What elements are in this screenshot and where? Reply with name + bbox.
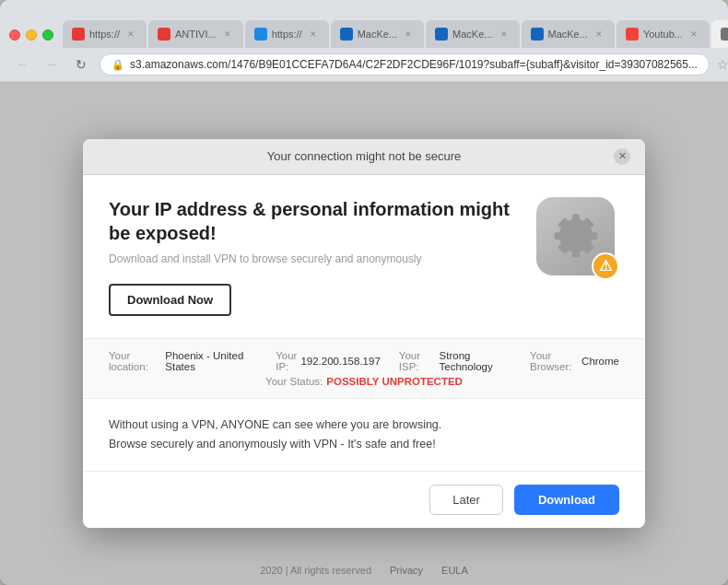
tab-close-button[interactable]: ✕ bbox=[402, 28, 415, 41]
close-window-button[interactable] bbox=[9, 29, 20, 41]
modal-close-button[interactable]: ✕ bbox=[614, 148, 630, 165]
back-button[interactable]: ← bbox=[11, 53, 33, 76]
browser-label: Your Browser: bbox=[530, 350, 578, 372]
description-line-1: Without using a VPN, ANYONE can see wher… bbox=[109, 415, 619, 435]
tab-label: MacKe... bbox=[358, 29, 397, 40]
tab-favicon bbox=[626, 28, 639, 41]
tab-label: Youtub... bbox=[643, 29, 683, 40]
isp-label: Your ISP: bbox=[399, 350, 436, 372]
tab-label: MacKe... bbox=[548, 29, 588, 40]
tab-favicon bbox=[721, 28, 728, 41]
tab-favicon bbox=[254, 28, 267, 41]
tab-5[interactable]: MacKe... ✕ bbox=[426, 20, 519, 48]
warning-badge-icon: ⚠ bbox=[592, 252, 619, 280]
ip-info: Your IP: 192.200.158.197 bbox=[276, 350, 381, 372]
isp-value: Strong Technology bbox=[440, 350, 512, 372]
page-footer: 2020 | All rights reserved Privacy EULA bbox=[0, 565, 728, 576]
tab-6[interactable]: MacKe... ✕ bbox=[522, 20, 615, 48]
tab-label: MacKe... bbox=[452, 29, 492, 40]
tab-close-button[interactable]: ✕ bbox=[687, 28, 700, 41]
eula-link[interactable]: EULA bbox=[441, 565, 468, 576]
maximize-window-button[interactable] bbox=[42, 29, 53, 41]
description-line-2: Browse securely and anonymously with VPN… bbox=[109, 435, 619, 454]
modal-icon-section: ⚠ bbox=[536, 197, 619, 280]
info-strip: Your location: Phoenix - United States Y… bbox=[83, 338, 645, 398]
copyright-text: 2020 | All rights reserved bbox=[260, 565, 371, 576]
browser-info: Your Browser: Chrome bbox=[530, 350, 619, 372]
tab-close-button[interactable]: ✕ bbox=[124, 28, 137, 41]
tab-close-button[interactable]: ✕ bbox=[593, 28, 605, 41]
ip-value: 192.200.158.197 bbox=[300, 356, 380, 367]
gear-icon-container: ⚠ bbox=[536, 197, 619, 280]
status-info: Your Status: POSSIBLY UNPROTECTED bbox=[265, 376, 463, 387]
tab-2[interactable]: ANTIVI... ✕ bbox=[148, 20, 243, 48]
tab-close-button[interactable]: ✕ bbox=[221, 28, 234, 41]
location-value: Phoenix - United States bbox=[165, 350, 257, 372]
tab-1[interactable]: https:// ✕ bbox=[63, 20, 147, 48]
url-bar[interactable]: 🔒 s3.amazonaws.com/1476/B9E01CCEFA7D6A4/… bbox=[100, 53, 710, 76]
later-button[interactable]: Later bbox=[429, 485, 503, 515]
info-row-2: Your Status: POSSIBLY UNPROTECTED bbox=[265, 376, 463, 387]
tab-8-active[interactable]: Softwa... ✕ bbox=[711, 20, 728, 48]
status-value: POSSIBLY UNPROTECTED bbox=[326, 376, 463, 387]
status-label: Your Status: bbox=[265, 376, 323, 387]
main-heading: Your IP address & personal information m… bbox=[109, 197, 518, 245]
address-bar: ← → ↻ 🔒 s3.amazonaws.com/1476/B9E01CCEFA… bbox=[0, 48, 728, 82]
tab-label: https:// bbox=[272, 29, 302, 40]
download-now-button[interactable]: Download Now bbox=[109, 284, 231, 316]
tab-close-button[interactable]: ✕ bbox=[307, 28, 320, 41]
page-content: 977 Your connection might not be secure … bbox=[0, 82, 728, 585]
location-label: Your location: bbox=[109, 350, 161, 372]
browser-value: Chrome bbox=[581, 356, 619, 367]
tab-favicon bbox=[435, 28, 448, 41]
minimize-window-button[interactable] bbox=[26, 29, 37, 41]
modal-overlay: Your connection might not be secure ✕ Yo… bbox=[0, 82, 728, 585]
modal-text-section: Your IP address & personal information m… bbox=[109, 197, 518, 316]
description-section: Without using a VPN, ANYONE can see wher… bbox=[83, 398, 645, 472]
tab-3[interactable]: https:// ✕ bbox=[245, 20, 329, 48]
modal-subtitle: Download and install VPN to browse secur… bbox=[109, 252, 518, 265]
window-controls bbox=[9, 29, 53, 41]
url-text: s3.amazonaws.com/1476/B9E01CCEFA7D6A4/C2… bbox=[130, 58, 698, 71]
info-row-1: Your location: Phoenix - United States Y… bbox=[109, 350, 619, 372]
tab-favicon bbox=[531, 28, 544, 41]
tabs-row: https:// ✕ ANTIVI... ✕ https:// ✕ MacKe.… bbox=[63, 20, 728, 48]
security-modal: Your connection might not be secure ✕ Yo… bbox=[83, 139, 645, 529]
ip-label: Your IP: bbox=[276, 350, 297, 372]
tab-favicon bbox=[72, 28, 85, 41]
tab-7[interactable]: Youtub... ✕ bbox=[616, 20, 710, 48]
title-bar: https:// ✕ ANTIVI... ✕ https:// ✕ MacKe.… bbox=[0, 0, 728, 48]
forward-button[interactable]: → bbox=[41, 53, 63, 76]
tab-4[interactable]: MacKe... ✕ bbox=[331, 20, 424, 48]
refresh-button[interactable]: ↻ bbox=[70, 53, 92, 76]
tab-favicon bbox=[158, 28, 170, 41]
modal-titlebar: Your connection might not be secure ✕ bbox=[83, 139, 645, 175]
gear-svg-icon bbox=[548, 208, 604, 263]
privacy-link[interactable]: Privacy bbox=[390, 565, 423, 576]
location-info: Your location: Phoenix - United States bbox=[109, 350, 257, 372]
modal-body: Your IP address & personal information m… bbox=[83, 175, 645, 338]
download-button[interactable]: Download bbox=[514, 485, 619, 515]
bookmark-icon[interactable]: ☆ bbox=[717, 57, 728, 72]
tab-close-button[interactable]: ✕ bbox=[498, 28, 511, 41]
modal-footer: Later Download bbox=[83, 471, 645, 528]
tab-favicon bbox=[340, 28, 353, 41]
browser-window: https:// ✕ ANTIVI... ✕ https:// ✕ MacKe.… bbox=[0, 0, 728, 585]
lock-icon: 🔒 bbox=[112, 59, 124, 71]
isp-info: Your ISP: Strong Technology bbox=[399, 350, 511, 372]
modal-title: Your connection might not be secure bbox=[114, 149, 614, 163]
tab-label: https:// bbox=[89, 29, 120, 40]
tab-label: ANTIVI... bbox=[175, 29, 217, 40]
